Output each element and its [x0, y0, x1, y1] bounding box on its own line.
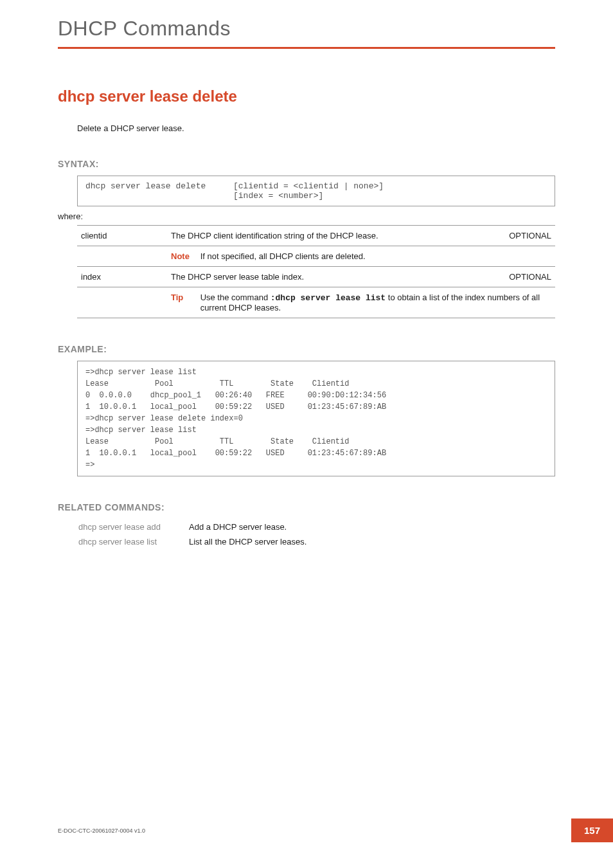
- related-commands-table: dhcp server lease add Add a DHCP server …: [77, 519, 321, 550]
- syntax-box: dhcp server lease delete [clientid = <cl…: [77, 176, 555, 206]
- syntax-arguments: [clientid = <clientid | none>] [index = …: [233, 181, 384, 201]
- command-description: Delete a DHCP server lease.: [77, 123, 555, 133]
- tip-code: :dhcp server lease list: [271, 293, 386, 303]
- syntax-label: SYNTAX:: [58, 159, 555, 169]
- note-text: If not specified, all DHCP clients are d…: [200, 251, 549, 261]
- table-row: dhcp server lease list List all the DHCP…: [78, 535, 319, 548]
- param-requirement: OPTIONAL: [497, 226, 555, 246]
- param-table: clientid The DHCP client identification …: [77, 225, 555, 318]
- param-requirement: OPTIONAL: [497, 267, 555, 287]
- syntax-command: dhcp server lease delete: [85, 181, 233, 201]
- note-label: Note: [171, 251, 198, 261]
- table-row: dhcp server lease add Add a DHCP server …: [78, 520, 319, 534]
- page-footer: E-DOC-CTC-20061027-0004 v1.0 157: [58, 818, 613, 842]
- table-row: clientid The DHCP client identification …: [77, 226, 555, 246]
- param-desc: The DHCP server lease table index.: [167, 267, 497, 287]
- related-command: dhcp server lease add: [78, 520, 188, 534]
- accent-rule: [58, 47, 555, 49]
- example-label: EXAMPLE:: [58, 344, 555, 354]
- table-row: index The DHCP server lease table index.…: [77, 267, 555, 287]
- param-name: index: [77, 267, 167, 287]
- related-description: Add a DHCP server lease.: [189, 520, 319, 534]
- param-name: clientid: [77, 226, 167, 246]
- related-command: dhcp server lease list: [78, 535, 188, 548]
- command-title: dhcp server lease delete: [58, 87, 555, 105]
- param-desc: The DHCP client identification string of…: [167, 226, 497, 246]
- where-label: where:: [58, 212, 555, 221]
- table-row: Note If not specified, all DHCP clients …: [77, 246, 555, 267]
- document-id: E-DOC-CTC-20061027-0004 v1.0: [58, 827, 145, 834]
- table-row: Tip Use the command :dhcp server lease l…: [77, 287, 555, 318]
- related-description: List all the DHCP server leases.: [189, 535, 319, 548]
- tip-text: Use the command :dhcp server lease list …: [200, 293, 549, 312]
- tip-label: Tip: [171, 293, 198, 302]
- chapter-title: DHCP Commands: [58, 17, 555, 41]
- page-number: 157: [571, 818, 613, 842]
- related-label: RELATED COMMANDS:: [58, 502, 555, 512]
- example-code: =>dhcp server lease list Lease Pool TTL …: [77, 361, 555, 476]
